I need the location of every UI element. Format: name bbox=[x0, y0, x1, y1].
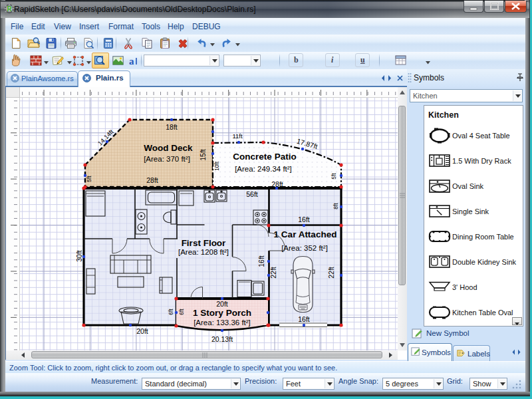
svg-text:20ft: 20ft bbox=[216, 300, 228, 308]
svg-text:5ft: 5ft bbox=[331, 173, 337, 180]
svg-text:Single Sink: Single Sink bbox=[452, 207, 489, 215]
svg-text:6ft: 6ft bbox=[168, 309, 174, 315]
svg-text:Dining Room Table: Dining Room Table bbox=[452, 233, 514, 241]
svg-text:16ft: 16ft bbox=[257, 255, 265, 267]
svg-text:[Area: 133.36 ft²]: [Area: 133.36 ft²] bbox=[194, 319, 251, 327]
svg-text:8ft: 8ft bbox=[332, 203, 339, 209]
svg-text:Double Kidney Sink: Double Kidney Sink bbox=[452, 258, 517, 266]
svg-text:56ft: 56ft bbox=[246, 190, 258, 198]
svg-text:Oval 4 Seat Table: Oval 4 Seat Table bbox=[452, 132, 510, 140]
svg-text:a: a bbox=[129, 56, 134, 66]
svg-text:1 Story Porch: 1 Story Porch bbox=[193, 308, 251, 318]
svg-text:16ft: 16ft bbox=[298, 315, 310, 323]
svg-text:28ft: 28ft bbox=[146, 176, 158, 184]
svg-text:15ft: 15ft bbox=[199, 149, 207, 161]
svg-text:11ft: 11ft bbox=[232, 132, 243, 140]
svg-text:22ft: 22ft bbox=[327, 267, 335, 279]
svg-text:Wood Deck: Wood Deck bbox=[144, 143, 193, 153]
svg-text:3' Hood: 3' Hood bbox=[452, 283, 477, 291]
svg-text:R: R bbox=[7, 5, 12, 13]
svg-text:10ft: 10ft bbox=[213, 161, 220, 171]
svg-text:6ft: 6ft bbox=[178, 309, 185, 315]
svg-text:First Floor: First Floor bbox=[182, 238, 226, 248]
svg-text:20ft: 20ft bbox=[136, 327, 148, 335]
svg-text:Kitchen Table Oval: Kitchen Table Oval bbox=[452, 309, 513, 317]
svg-text:1.5 With Dry Rack: 1.5 With Dry Rack bbox=[452, 157, 511, 165]
svg-text:[Area: 352 ft²]: [Area: 352 ft²] bbox=[281, 244, 328, 252]
svg-text:5ft: 5ft bbox=[86, 176, 92, 182]
svg-text:22ft: 22ft bbox=[269, 267, 277, 279]
svg-text:[Area: 1208 ft²]: [Area: 1208 ft²] bbox=[178, 248, 229, 256]
svg-text:20.13ft: 20.13ft bbox=[211, 335, 233, 343]
svg-text:[Area: 249.34 ft²]: [Area: 249.34 ft²] bbox=[235, 165, 292, 173]
svg-text:Oval Sink: Oval Sink bbox=[452, 182, 484, 190]
svg-text:1 Car Attached: 1 Car Attached bbox=[274, 229, 337, 239]
svg-text:16ft: 16ft bbox=[298, 215, 310, 223]
svg-text:30ft: 30ft bbox=[75, 250, 83, 262]
svg-text:18ft: 18ft bbox=[166, 123, 178, 131]
svg-text:[Area: 370 ft²]: [Area: 370 ft²] bbox=[144, 155, 190, 163]
svg-text:Concrete Patio: Concrete Patio bbox=[233, 152, 296, 162]
